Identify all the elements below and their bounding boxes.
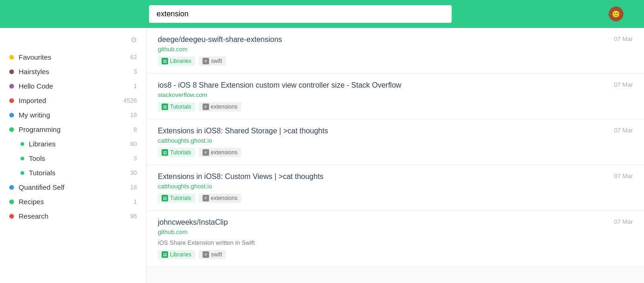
- user-area: 🙂: [609, 7, 627, 21]
- link-title[interactable]: Extensions in iOS8: Shared Storage | >ca…: [158, 127, 633, 135]
- subfolder-name: Tutorials: [29, 169, 130, 177]
- sidebar: ⚙ Favourites 62 Hairstyles 3 Hello Code …: [0, 28, 147, 283]
- folder-count: 18: [130, 184, 137, 191]
- subfolder-count: 30: [130, 169, 137, 176]
- tag[interactable]: ▤ Tutorials: [158, 148, 195, 157]
- link-item: 07 Mar Extensions in iOS8: Custom Views …: [147, 165, 644, 211]
- tag[interactable]: # extensions: [199, 148, 241, 157]
- folder-name: Imported: [19, 97, 123, 104]
- folder-list: Favourites 62 Hairstyles 3 Hello Code 1 …: [0, 50, 146, 223]
- tag-icon: ▤: [162, 251, 168, 258]
- subfolder-dot: [20, 171, 24, 175]
- subfolder-name: Tools: [29, 154, 134, 162]
- link-tags: ▤ Tutorials # extensions: [158, 102, 633, 111]
- gear-icon[interactable]: ⚙: [130, 35, 137, 44]
- link-date: 07 Mar: [614, 81, 633, 88]
- subfolder-count: 3: [134, 155, 137, 162]
- search-input[interactable]: [149, 5, 452, 23]
- sidebar-folder-item[interactable]: Hello Code 1: [0, 79, 146, 93]
- search-bar: [149, 5, 452, 23]
- link-date: 07 Mar: [614, 35, 633, 42]
- tag-icon: ▤: [162, 104, 168, 110]
- folder-count: 62: [130, 54, 137, 61]
- tag[interactable]: # swift: [199, 56, 226, 66]
- tag-icon: #: [203, 251, 209, 258]
- link-item: 07 Mar deege/deegeu-swift-share-extensio…: [147, 28, 644, 74]
- folder-count: 96: [130, 213, 137, 220]
- subfolder-dot: [20, 157, 24, 160]
- folder-dot: [9, 55, 14, 60]
- folder-dot: [9, 69, 14, 74]
- folder-dot: [9, 127, 14, 132]
- link-domain: catthoughts.ghost.io: [158, 183, 633, 190]
- folder-dot: [9, 200, 14, 204]
- sidebar-folder-item[interactable]: Favourites 62: [0, 50, 146, 64]
- sidebar-subfolder-item[interactable]: Libraries 80: [0, 137, 146, 151]
- folder-name: My writing: [19, 111, 130, 119]
- folder-dot: [9, 214, 14, 219]
- sidebar-subfolder-item[interactable]: Tools 3: [0, 151, 146, 166]
- link-title[interactable]: ios8 - iOS 8 Share Extension custom view…: [158, 81, 633, 90]
- link-tags: ▤ Tutorials # extensions: [158, 193, 633, 203]
- tag-icon: #: [203, 58, 209, 64]
- link-domain: github.com: [158, 46, 633, 53]
- sidebar-folder-item[interactable]: Imported 4526: [0, 93, 146, 108]
- folders-header: ⚙: [0, 35, 146, 50]
- sidebar-folder-item[interactable]: Hairstyles 3: [0, 64, 146, 79]
- sidebar-folder-item[interactable]: My writing 18: [0, 108, 146, 122]
- link-title[interactable]: Extensions in iOS8: Custom Views | >cat …: [158, 173, 633, 181]
- subfolder-count: 80: [130, 140, 137, 147]
- folder-dot: [9, 98, 14, 103]
- link-item: 07 Mar Extensions in iOS8: Shared Storag…: [147, 119, 644, 165]
- link-date: 07 Mar: [614, 218, 633, 225]
- sidebar-folder-item[interactable]: Programming 8: [0, 122, 146, 137]
- app-header: 🙂: [0, 0, 644, 28]
- folder-dot: [9, 84, 14, 89]
- folder-dot: [9, 185, 14, 190]
- tag-icon: #: [203, 104, 209, 110]
- tag-icon: ▤: [162, 195, 168, 201]
- sidebar-subfolder-item[interactable]: Tutorials 30: [0, 166, 146, 180]
- folder-count: 18: [130, 111, 137, 118]
- folder-name: Programming: [19, 125, 134, 133]
- tag-icon: #: [203, 149, 209, 156]
- tag-icon: ▤: [162, 58, 168, 64]
- link-tags: ▤ Libraries # swift: [158, 250, 633, 259]
- tag[interactable]: ▤ Libraries: [158, 250, 195, 259]
- link-domain: stackoverflow.com: [158, 91, 633, 98]
- folder-count: 8: [134, 126, 137, 133]
- folder-dot: [9, 113, 14, 117]
- link-domain: github.com: [158, 228, 633, 235]
- avatar: 🙂: [609, 7, 624, 21]
- link-title[interactable]: deege/deegeu-swift-share-extensions: [158, 35, 633, 44]
- folder-name: Recipes: [19, 198, 134, 206]
- link-description: iOS Share Extension written in Swift: [158, 239, 633, 246]
- tag[interactable]: # swift: [199, 250, 226, 259]
- sidebar-folder-item[interactable]: Quantified Self 18: [0, 180, 146, 194]
- tag[interactable]: # extensions: [199, 193, 241, 203]
- subfolder-name: Libraries: [29, 140, 130, 148]
- folder-count: 1: [134, 83, 137, 90]
- folder-name: Hello Code: [19, 82, 134, 90]
- link-date: 07 Mar: [614, 173, 633, 179]
- folder-count: 4526: [123, 97, 137, 104]
- folder-name: Favourites: [19, 53, 130, 61]
- link-item: 07 Mar ios8 - iOS 8 Share Extension cust…: [147, 74, 644, 119]
- tag-icon: ▤: [162, 149, 168, 156]
- tag[interactable]: ▤ Tutorials: [158, 193, 195, 203]
- tag[interactable]: ▤ Tutorials: [158, 102, 195, 111]
- main-layout: ⚙ Favourites 62 Hairstyles 3 Hello Code …: [0, 28, 644, 283]
- subfolder-dot: [20, 142, 24, 146]
- tag[interactable]: ▤ Libraries: [158, 56, 195, 66]
- link-item: 07 Mar johncweeks/InstaClip github.com i…: [147, 211, 644, 267]
- link-date: 07 Mar: [614, 127, 633, 134]
- sidebar-folder-item[interactable]: Research 96: [0, 209, 146, 223]
- tag[interactable]: # extensions: [199, 102, 241, 111]
- folder-count: 1: [134, 198, 137, 205]
- header-actions: 🙂: [601, 7, 635, 21]
- folder-name: Hairstyles: [19, 68, 134, 76]
- tag-icon: #: [203, 195, 209, 201]
- link-title[interactable]: johncweeks/InstaClip: [158, 218, 633, 227]
- sidebar-folder-item[interactable]: Recipes 1: [0, 194, 146, 209]
- content-area: 07 Mar deege/deegeu-swift-share-extensio…: [147, 28, 644, 283]
